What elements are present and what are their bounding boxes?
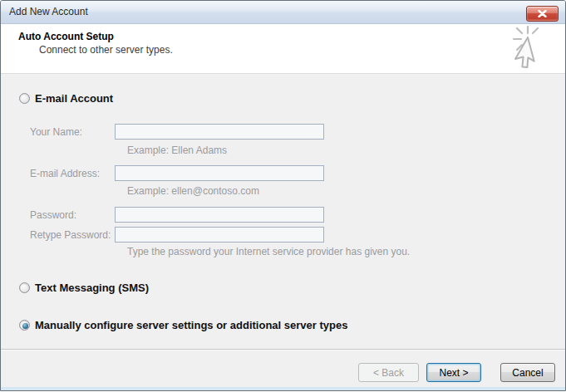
page-subtitle: Connect to other server types. — [39, 44, 173, 56]
retype-password-label: Retype Password: — [30, 229, 111, 241]
your-name-field — [115, 124, 324, 140]
email-address-label: E-mail Address: — [30, 168, 100, 179]
radio-circle-icon — [19, 93, 30, 104]
footer: < Back Next > Cancel — [1, 350, 565, 389]
mouse-click-pointer-icon — [510, 25, 554, 73]
next-button[interactable]: Next > — [426, 363, 481, 382]
password-field — [115, 207, 324, 223]
dialog-body: E-mail Account Your Name: Example: Ellen… — [1, 74, 565, 349]
email-address-field — [115, 165, 324, 181]
your-name-hint: Example: Ellen Adams — [127, 145, 227, 156]
header: Auto Account Setup Connect to other serv… — [1, 24, 565, 74]
your-name-label: Your Name: — [30, 126, 82, 138]
radio-email-account[interactable]: E-mail Account — [19, 92, 113, 105]
radio-label: E-mail Account — [35, 92, 113, 105]
radio-circle-icon — [19, 282, 30, 293]
window-bottom-edge — [1, 387, 565, 390]
email-address-hint: Example: ellen@contoso.com — [127, 185, 259, 197]
back-button: < Back — [358, 363, 419, 382]
radio-manual-configure[interactable]: Manually configure server settings or ad… — [19, 319, 347, 331]
close-icon — [538, 10, 547, 17]
radio-label: Manually configure server settings or ad… — [35, 319, 347, 331]
password-hint: Type the password your Internet service … — [127, 246, 410, 257]
window-title: Add New Account — [9, 1, 88, 23]
radio-label: Text Messaging (SMS) — [35, 282, 149, 294]
cancel-button[interactable]: Cancel — [500, 363, 555, 382]
retype-password-field — [115, 227, 324, 243]
radio-circle-selected-icon — [19, 320, 30, 331]
radio-text-messaging[interactable]: Text Messaging (SMS) — [19, 282, 149, 294]
add-new-account-dialog: Add New Account Auto Account Setup Conne… — [0, 0, 566, 391]
close-button[interactable] — [526, 6, 559, 22]
titlebar: Add New Account — [1, 1, 565, 24]
page-title: Auto Account Setup — [18, 31, 114, 42]
password-label: Password: — [30, 209, 76, 221]
